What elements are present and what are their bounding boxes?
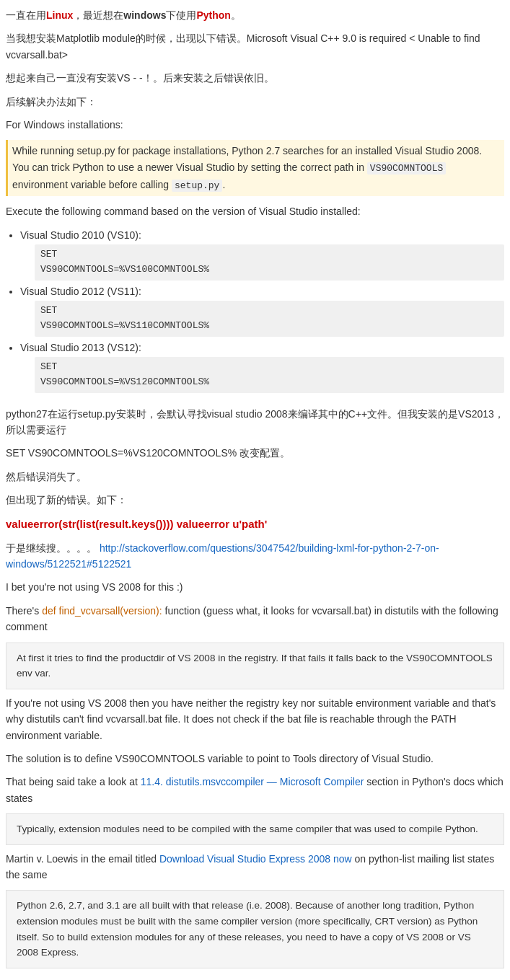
martin-pre: Martin v. Loewis in the email titled [6, 853, 159, 865]
intro-paragraph: 一直在用Linux，最近想在windows下使用Python。 [6, 7, 504, 23]
msvc-link[interactable]: 11.4. distutils.msvccompiler — Microsoft… [141, 776, 364, 787]
list-item-vs2012: Visual Studio 2012 (VS11): SETVS90COMNTO… [20, 283, 504, 337]
vs2013-label: Visual Studio 2013 (VS12): [20, 342, 141, 353]
martin-para: Martin v. Loewis in the email titled Dow… [6, 851, 504, 883]
vs2010-label: Visual Studio 2010 (VS10): [20, 229, 141, 241]
solution-text: The solution is to define VS90COMNTOOLS … [6, 753, 434, 764]
blockquote3-text: Python 2.6, 2.7, and 3.1 are all built w… [17, 900, 478, 958]
blockquote2-text: Typically, extension modules need to be … [17, 824, 478, 834]
error-gone-para: 然后错误消失了。 [6, 469, 504, 485]
summary1-para: python27在运行setup.py安装时，会默认寻找visual studi… [6, 406, 504, 438]
error-value: valueerror(str(list(result.keys()))) val… [6, 518, 267, 530]
if-not-para: If you're not using VS 2008 then you hav… [6, 695, 504, 743]
list-item-vs2010: Visual Studio 2010 (VS10): SETVS90COMNTO… [20, 227, 504, 281]
solution-para: The solution is to define VS90COMNTOOLS … [6, 751, 504, 767]
theres-pre: There's [6, 605, 42, 617]
intro-mid2: 下使用 [166, 9, 196, 21]
problem-text: 当我想安装Matplotlib module的时候，出现以下错误。Microso… [6, 32, 480, 60]
search-pre-text: 于是继续搜。。。。 [6, 542, 100, 554]
blockquote1-text: At first it tries to find the productdir… [17, 653, 493, 679]
thought-paragraph: 想起来自己一直没有安装VS - -！。后来安装之后错误依旧。 [6, 70, 504, 86]
def-func-text: def find_vcvarsall(version): [42, 605, 162, 617]
para1-mid: environment variable before calling [12, 179, 172, 190]
new-error-text: 但出现了新的错误。如下： [6, 494, 127, 506]
code-vs90comntools: VS90COMNTOOLS [367, 162, 446, 175]
that-being-pre: That being said take a look at [6, 776, 141, 787]
para1-end: . [222, 179, 225, 190]
for-windows-text: For Windows installations: [6, 119, 123, 131]
blockquote1: At first it tries to find the productdir… [6, 643, 504, 689]
code-setup-py: setup.py [172, 180, 222, 192]
for-windows-label: For Windows installations: [6, 117, 504, 133]
following-text: 后续解决办法如下： [6, 96, 97, 107]
vs2013-cmd: SETVS90COMNTOOLS=%VS120COMNTOOLS% [35, 357, 504, 393]
error-gone-text: 然后错误消失了。 [6, 471, 87, 482]
if-not-text: If you're not using VS 2008 then you hav… [6, 697, 496, 741]
not-vs2008-para: I bet you're not using VS 2008 for this … [6, 579, 504, 595]
vs-list: Visual Studio 2010 (VS10): SETVS90COMNTO… [20, 227, 504, 393]
execute-text: Execute the following command based on t… [6, 206, 361, 217]
problem-desc: 当我想安装Matplotlib module的时候，出现以下错误。Microso… [6, 30, 504, 63]
summary-cmd-text: SET VS90COMNTOOLS=%VS120COMNTOOLS% 改变配置。 [6, 447, 290, 459]
new-error-para: 但出现了新的错误。如下： [6, 492, 504, 508]
para1: While running setup.py for package insta… [6, 140, 504, 196]
not-vs2008-text: I bet you're not using VS 2008 for this … [6, 581, 183, 593]
list-item-vs2013: Visual Studio 2013 (VS12): SETVS90COMNTO… [20, 340, 504, 393]
blockquote2: Typically, extension modules need to be … [6, 813, 504, 845]
summary-cmd-para: SET VS90COMNTOOLS=%VS120COMNTOOLS% 改变配置。 [6, 445, 504, 461]
thought-text: 想起来自己一直没有安装VS - -！。后来安装之后错误依旧。 [6, 72, 274, 84]
vs2012-label: Visual Studio 2012 (VS11): [20, 286, 141, 297]
intro-end: 。 [231, 9, 241, 21]
linux-text: Linux [46, 9, 73, 21]
execute-line: Execute the following command based on t… [6, 203, 504, 219]
following-heading: 后续解决办法如下： [6, 94, 504, 110]
that-being-para: That being said take a look at 11.4. dis… [6, 774, 504, 806]
blockquote3: Python 2.6, 2.7, and 3.1 are all built w… [6, 890, 504, 968]
windows-text: windows [123, 9, 166, 21]
search-para: 于是继续搜。。。。 http://stackoverflow.com/quest… [6, 540, 504, 573]
intro-pre: 一直在用 [6, 9, 46, 21]
vs2012-cmd: SETVS90COMNTOOLS=%VS110COMNTOOLS% [35, 301, 504, 337]
intro-mid: ，最近想在 [73, 9, 123, 21]
dl-link[interactable]: Download Visual Studio Express 2008 now [159, 853, 352, 865]
summary1-text: python27在运行setup.py安装时，会默认寻找visual studi… [6, 408, 504, 436]
article-body: 一直在用Linux，最近想在windows下使用Python。 当我想安装Mat… [6, 7, 504, 980]
vs2010-cmd: SETVS90COMNTOOLS=%VS100COMNTOOLS% [35, 244, 504, 281]
error-display: valueerror(str(list(result.keys()))) val… [6, 516, 504, 533]
python-text: Python [196, 9, 230, 21]
theres-para: There's def find_vcvarsall(version): fun… [6, 603, 504, 635]
